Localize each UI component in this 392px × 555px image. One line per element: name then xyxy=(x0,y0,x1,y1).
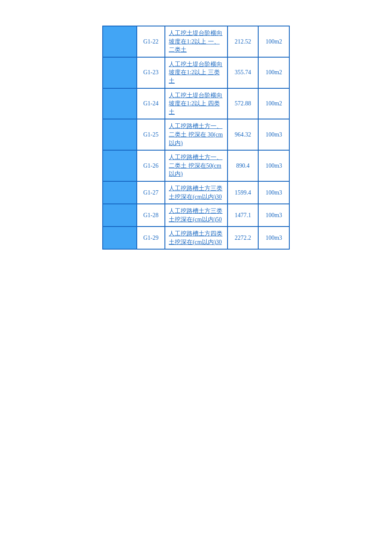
code-cell: G1-22 xyxy=(137,26,165,57)
table-row: G1-25人工挖路槽土方一、二类土 挖深在 30(cm以内)964.32100m… xyxy=(103,119,289,150)
table-row: G1-23人工挖土堤台阶横向坡度在1:2以上 三类土355.74100m2 xyxy=(103,57,289,88)
value-cell: 890.4 xyxy=(228,150,259,181)
desc-link[interactable]: 人工挖路槽土方三类土挖深在(cm以内)30 xyxy=(169,185,222,200)
table-row: G1-22人工挖土堤台阶横向坡度在1:2以上 一、二类土212.52100m2 xyxy=(103,26,289,57)
desc-cell: 人工挖路槽土方四类土挖深在(cm以内)30 xyxy=(165,227,227,249)
unit-cell: 100m3 xyxy=(258,204,289,227)
unit-cell: 100m2 xyxy=(258,88,289,119)
page-container: G1-22人工挖土堤台阶横向坡度在1:2以上 一、二类土212.52100m2G… xyxy=(0,0,392,555)
desc-link[interactable]: 人工挖土堤台阶横向坡度在1:2以上 四类土 xyxy=(169,92,222,115)
desc-cell: 人工挖路槽土方一、二类土 挖深在50(cm以内) xyxy=(165,150,227,181)
left-color-cell xyxy=(103,88,137,119)
data-table: G1-22人工挖土堤台阶横向坡度在1:2以上 一、二类土212.52100m2G… xyxy=(102,26,290,250)
value-cell: 355.74 xyxy=(228,57,259,88)
left-color-cell xyxy=(103,26,137,57)
desc-link[interactable]: 人工挖土堤台阶横向坡度在1:2以上 三类土 xyxy=(169,61,222,84)
desc-cell: 人工挖路槽土方三类土挖深在(cm以内)30 xyxy=(165,181,227,204)
desc-link[interactable]: 人工挖土堤台阶横向坡度在1:2以上 一、二类土 xyxy=(169,30,222,53)
code-cell: G1-26 xyxy=(137,150,165,181)
left-color-cell xyxy=(103,181,137,204)
desc-cell: 人工挖土堤台阶横向坡度在1:2以上 四类土 xyxy=(165,88,227,119)
code-cell: G1-23 xyxy=(137,57,165,88)
value-cell: 964.32 xyxy=(228,119,259,150)
code-cell: G1-24 xyxy=(137,88,165,119)
desc-cell: 人工挖路槽土方一、二类土 挖深在 30(cm以内) xyxy=(165,119,227,150)
desc-link[interactable]: 人工挖路槽土方三类土挖深在(cm以内)50 xyxy=(169,208,222,223)
unit-cell: 100m3 xyxy=(258,119,289,150)
code-cell: G1-29 xyxy=(137,227,165,249)
unit-cell: 100m2 xyxy=(258,26,289,57)
left-color-cell xyxy=(103,119,137,150)
unit-cell: 100m3 xyxy=(258,227,289,249)
value-cell: 1477.1 xyxy=(228,204,259,227)
code-cell: G1-25 xyxy=(137,119,165,150)
code-cell: G1-27 xyxy=(137,181,165,204)
table-row: G1-26人工挖路槽土方一、二类土 挖深在50(cm以内)890.4100m3 xyxy=(103,150,289,181)
value-cell: 212.52 xyxy=(228,26,259,57)
unit-cell: 100m3 xyxy=(258,150,289,181)
desc-link[interactable]: 人工挖路槽土方四类土挖深在(cm以内)30 xyxy=(169,230,222,245)
table-row: G1-28人工挖路槽土方三类土挖深在(cm以内)501477.1100m3 xyxy=(103,204,289,227)
left-color-cell xyxy=(103,57,137,88)
desc-cell: 人工挖土堤台阶横向坡度在1:2以上 一、二类土 xyxy=(165,26,227,57)
value-cell: 2272.2 xyxy=(228,227,259,249)
desc-link[interactable]: 人工挖路槽土方一、二类土 挖深在 30(cm以内) xyxy=(169,123,223,146)
desc-cell: 人工挖路槽土方三类土挖深在(cm以内)50 xyxy=(165,204,227,227)
desc-link[interactable]: 人工挖路槽土方一、二类土 挖深在50(cm以内) xyxy=(169,154,222,177)
left-color-cell xyxy=(103,204,137,227)
value-cell: 572.88 xyxy=(228,88,259,119)
table-row: G1-29人工挖路槽土方四类土挖深在(cm以内)302272.2100m3 xyxy=(103,227,289,249)
value-cell: 1599.4 xyxy=(228,181,259,204)
unit-cell: 100m3 xyxy=(258,181,289,204)
code-cell: G1-28 xyxy=(137,204,165,227)
table-wrapper: G1-22人工挖土堤台阶横向坡度在1:2以上 一、二类土212.52100m2G… xyxy=(102,26,290,555)
table-row: G1-27人工挖路槽土方三类土挖深在(cm以内)301599.4100m3 xyxy=(103,181,289,204)
table-row: G1-24人工挖土堤台阶横向坡度在1:2以上 四类土572.88100m2 xyxy=(103,88,289,119)
desc-cell: 人工挖土堤台阶横向坡度在1:2以上 三类土 xyxy=(165,57,227,88)
unit-cell: 100m2 xyxy=(258,57,289,88)
left-color-cell xyxy=(103,227,137,249)
left-color-cell xyxy=(103,150,137,181)
